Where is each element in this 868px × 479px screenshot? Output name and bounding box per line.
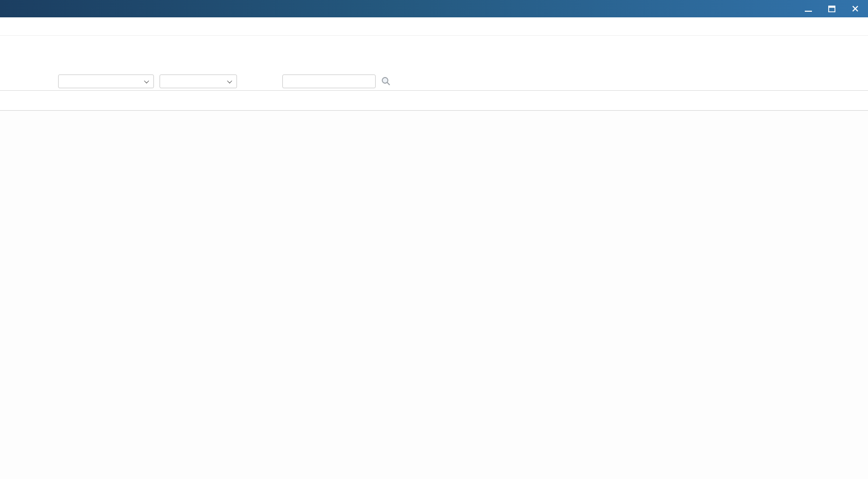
minimize-icon xyxy=(805,11,812,12)
tab-bar xyxy=(0,90,868,111)
minimize-button[interactable] xyxy=(803,3,814,14)
main-content xyxy=(0,111,868,479)
close-button[interactable] xyxy=(850,3,861,14)
chevron-down-icon xyxy=(144,78,149,83)
maximize-button[interactable] xyxy=(826,3,837,14)
chevron-down-icon xyxy=(227,78,232,83)
close-icon xyxy=(852,5,859,12)
search-field-select[interactable] xyxy=(160,74,237,88)
title-bar xyxy=(0,0,868,17)
search-icon[interactable] xyxy=(381,76,391,86)
quick-lookup-bar xyxy=(0,72,868,90)
maximize-icon xyxy=(828,6,835,12)
search-input[interactable] xyxy=(282,74,376,88)
window-controls xyxy=(803,0,861,17)
database-search-select[interactable] xyxy=(58,74,154,88)
menu-bar xyxy=(0,17,868,36)
toolbar xyxy=(0,36,868,72)
